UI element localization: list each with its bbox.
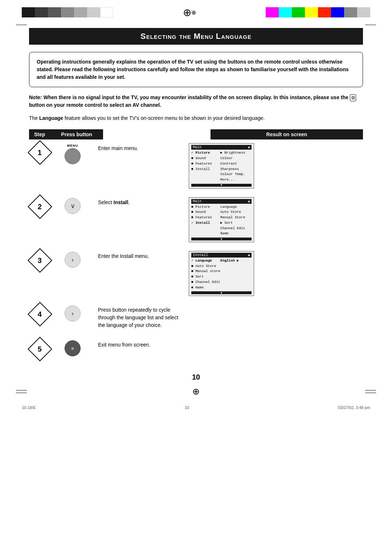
step-diamond-1: 1 bbox=[28, 140, 52, 165]
step-row-3: 3 › Enter the Install menu. Install ▲ ✓ … bbox=[29, 248, 363, 296]
color-block bbox=[331, 7, 344, 17]
step-desc-1: Enter main menu. bbox=[94, 140, 189, 152]
steps-header-left: Step Press button bbox=[29, 129, 211, 139]
color-block bbox=[35, 7, 48, 17]
footer-left: 10-18/E bbox=[22, 405, 36, 410]
page-title: Selecting the Menu Language bbox=[29, 28, 363, 45]
color-block bbox=[87, 7, 100, 17]
step-diamond-3: 3 bbox=[28, 248, 52, 273]
step-diamond-4: 4 bbox=[28, 302, 52, 327]
crosshair-top: ⊕ bbox=[184, 7, 195, 18]
tv-row: Channel Edit bbox=[191, 226, 252, 231]
step-button-col-2: ∨ bbox=[51, 194, 94, 214]
tv-row: ✓ Picture ▶ Brightness bbox=[191, 150, 252, 156]
tv-row: ■ Sound Colour bbox=[191, 156, 252, 161]
bottom-right-lines bbox=[365, 390, 376, 393]
step-row-1: 1 MENU Enter main menu. Main ▲ ✓ Picture… bbox=[29, 140, 363, 188]
tv-row: ■ Sort bbox=[191, 274, 252, 280]
color-block bbox=[48, 7, 61, 17]
down-button[interactable]: ∨ bbox=[65, 198, 81, 214]
tv-row: ■ Features Manual Store bbox=[191, 215, 252, 220]
footer-center: 10 bbox=[185, 405, 189, 410]
color-block bbox=[61, 7, 74, 17]
step-row-4: 4 › Press button repeatedly to cycle thr… bbox=[29, 302, 363, 331]
note-text: Note: When there is no signal input to t… bbox=[29, 94, 363, 109]
tv-row: ■ Auto Store bbox=[191, 264, 252, 269]
footer: 10-18/E 10 03/27/02, 3:48 pm bbox=[0, 402, 392, 413]
tv-row: More... bbox=[191, 177, 252, 183]
info-box-text: Operating instructions generally explain… bbox=[37, 58, 355, 81]
top-bar: ⊕ bbox=[0, 0, 392, 22]
margin-line-right bbox=[365, 25, 376, 25]
right-button-4[interactable]: › bbox=[65, 305, 81, 321]
col-press-label: Press button bbox=[50, 129, 103, 139]
step-screen-5 bbox=[189, 337, 363, 340]
step-button-col-4: › bbox=[51, 302, 94, 321]
tv-row: ■ Sound Auto Store bbox=[191, 210, 252, 215]
tv-screen-title-2: Main ▲ bbox=[191, 199, 252, 204]
tv-screen-2: Main ▲ ■ Picture Language ■ Sound Auto S… bbox=[189, 197, 254, 242]
right-button-3[interactable]: › bbox=[65, 252, 81, 268]
step-desc-3: Enter the Install menu. bbox=[94, 248, 189, 260]
exit-button[interactable]: ⊞ bbox=[65, 340, 81, 356]
color-block bbox=[305, 7, 318, 17]
color-block bbox=[279, 7, 292, 17]
step-screen-4 bbox=[189, 302, 363, 305]
color-block bbox=[357, 7, 370, 17]
tv-row: ✓ Install ▶ Sort bbox=[191, 220, 252, 226]
margin-line-left bbox=[16, 25, 27, 25]
step-number-1: 1 bbox=[29, 140, 51, 161]
step-row-2: 2 ∨ Select Install. Main ▲ ■ Picture Lan… bbox=[29, 194, 363, 242]
tv-row: Colour Temp. bbox=[191, 172, 252, 177]
color-block bbox=[22, 7, 35, 17]
color-block bbox=[74, 7, 87, 17]
tv-row: ■ Picture Language bbox=[191, 204, 252, 210]
feature-text: The Language feature allows you to set t… bbox=[29, 114, 363, 122]
color-block bbox=[266, 7, 279, 17]
step-diamond-2: 2 bbox=[28, 194, 52, 219]
col-result-label: Result on screen bbox=[211, 129, 363, 139]
step-row-5: 5 ⊞ Exit menu from screen. bbox=[29, 337, 363, 366]
tv-row: ■ Install Sharpness bbox=[191, 167, 252, 172]
steps-header: Step Press button Result on screen bbox=[29, 129, 363, 139]
color-block bbox=[344, 7, 357, 17]
step-screen-1: Main ▲ ✓ Picture ▶ Brightness ■ Sound Co… bbox=[189, 140, 363, 188]
tv-down-arrow-row: ▼ bbox=[191, 184, 252, 187]
step-number-5: 5 bbox=[29, 337, 51, 358]
tv-row: Name bbox=[191, 231, 252, 236]
margin-lines bbox=[0, 22, 392, 25]
info-box: Operating instructions generally explain… bbox=[29, 52, 363, 87]
tv-screen-title-3: Install ▲ bbox=[191, 253, 252, 258]
step-number-2: 2 bbox=[29, 194, 51, 215]
tv-row: ■ Name bbox=[191, 285, 252, 291]
step-button-col-1: MENU bbox=[51, 140, 94, 164]
step-desc-5: Exit menu from screen. bbox=[94, 337, 189, 349]
main-content: Selecting the Menu Language Operating in… bbox=[0, 28, 392, 381]
step-number-4: 4 bbox=[29, 302, 51, 323]
tv-screen-title-1: Main ▲ bbox=[191, 145, 252, 150]
color-block bbox=[318, 7, 331, 17]
page-number: 10 bbox=[29, 373, 363, 381]
tv-down-arrow-row: ▼ bbox=[191, 238, 252, 240]
step-desc-4: Press button repeatedly to cycle through… bbox=[94, 302, 189, 329]
menu-label: MENU bbox=[67, 144, 78, 147]
menu-button[interactable] bbox=[65, 148, 81, 164]
bottom-bar: ⊕ bbox=[0, 385, 392, 398]
step-desc-2: Select Install. bbox=[94, 194, 189, 206]
step-button-col-5: ⊞ bbox=[51, 337, 94, 356]
tv-row: ■ Features Contrast bbox=[191, 161, 252, 167]
crosshair-bottom: ⊕ bbox=[192, 386, 200, 397]
tv-down-arrow-row: ▼ bbox=[191, 291, 252, 294]
step-button-col-3: › bbox=[51, 248, 94, 268]
tv-screen-1: Main ▲ ✓ Picture ▶ Brightness ■ Sound Co… bbox=[189, 143, 254, 188]
footer-right: 03/27/02, 3:48 pm bbox=[338, 405, 370, 410]
tv-row: ✓ Language English ▶ bbox=[191, 258, 252, 264]
color-strip-left bbox=[22, 7, 113, 17]
steps-container: 1 MENU Enter main menu. Main ▲ ✓ Picture… bbox=[29, 140, 363, 366]
tv-screen-3: Install ▲ ✓ Language English ▶ ■ Auto St… bbox=[189, 251, 254, 296]
step-screen-2: Main ▲ ■ Picture Language ■ Sound Auto S… bbox=[189, 194, 363, 242]
step-number-3: 3 bbox=[29, 248, 51, 269]
bottom-left-lines bbox=[16, 390, 27, 393]
step-screen-3: Install ▲ ✓ Language English ▶ ■ Auto St… bbox=[189, 248, 363, 296]
col-step-label: Step bbox=[29, 129, 50, 139]
